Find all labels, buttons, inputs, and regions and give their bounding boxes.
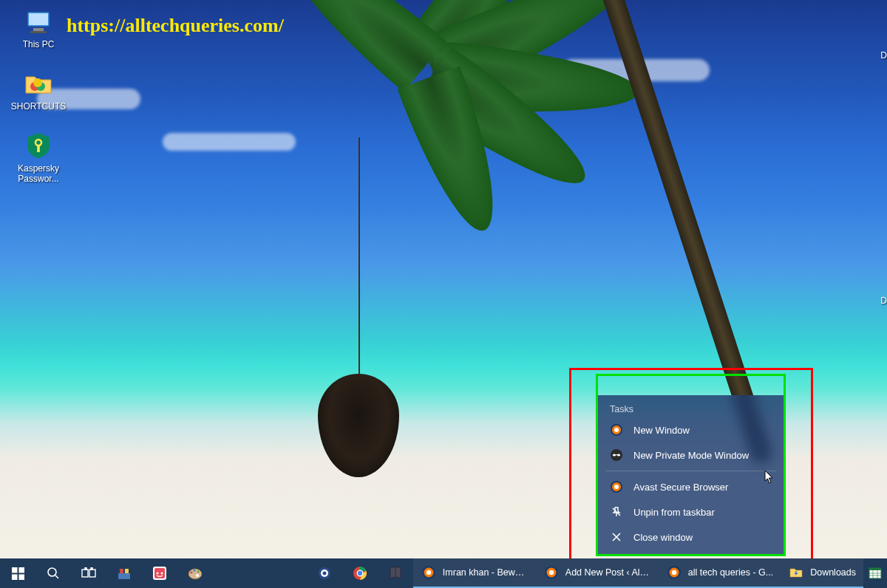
taskbar-app-alltech[interactable]: all tech queries - G...: [659, 558, 781, 588]
svg-rect-25: [18, 574, 24, 580]
svg-point-46: [322, 572, 326, 575]
taskbar-app-label: all tech queries - G...: [688, 567, 773, 578]
avast-browser-icon: [610, 480, 623, 493]
svg-rect-30: [85, 567, 86, 570]
desktop-icon-label: This PC: [23, 40, 55, 50]
svg-point-37: [157, 572, 159, 575]
jumplist-item-label: Avast Secure Browser: [633, 482, 728, 493]
avast-browser-icon: [421, 564, 437, 581]
taskbar-app-label: Imran khan - Bewaf...: [443, 567, 529, 578]
cloud-decoration: [163, 133, 296, 151]
taskbar-pinned-app[interactable]: [307, 558, 342, 588]
svg-rect-24: [12, 574, 18, 580]
taskbar-pinned-paint-app[interactable]: [177, 558, 213, 588]
jumplist-item-label: Close window: [633, 532, 693, 543]
desktop-icon-this-pc[interactable]: This PC: [10, 6, 67, 50]
svg-point-6: [33, 78, 42, 87]
svg-rect-31: [91, 567, 92, 570]
svg-rect-60: [869, 568, 881, 570]
taskbar: Imran khan - Bewaf... Add New Post ‹ All…: [0, 558, 887, 588]
hanging-chair: [318, 374, 399, 477]
unpin-icon: [610, 505, 623, 519]
desktop-icon-kaspersky[interactable]: Kaspersky Passwor...: [10, 130, 67, 185]
desktop-icon-label: SHORTCUTS: [11, 102, 66, 112]
avast-browser-icon: [543, 564, 560, 581]
jumplist-item-unpin[interactable]: Unpin from taskbar: [598, 499, 784, 524]
kaspersky-icon: [23, 130, 54, 161]
task-view-button[interactable]: [71, 558, 106, 588]
svg-rect-22: [12, 567, 18, 573]
taskbar-pinned-app[interactable]: [142, 558, 177, 588]
taskbar-app-addnew[interactable]: Add New Post ‹ All ...: [536, 558, 659, 588]
taskbar-pinned-app[interactable]: [106, 558, 142, 588]
svg-point-52: [426, 570, 431, 575]
svg-point-43: [196, 574, 199, 577]
svg-point-11: [614, 428, 619, 432]
taskbar-tray-excel-icon[interactable]: [863, 558, 887, 588]
taskbar-jumplist: Tasks New Window New Private Mode Window…: [598, 395, 784, 554]
svg-line-27: [55, 575, 58, 578]
menu-separator: [605, 471, 776, 471]
taskbar-pinned-app[interactable]: [378, 558, 413, 588]
svg-point-14: [617, 454, 620, 456]
palm-frond: [268, 0, 446, 92]
jumplist-item-new-window[interactable]: New Window: [598, 417, 784, 442]
taskbar-app-downloads[interactable]: Downloads: [781, 558, 863, 588]
svg-rect-2: [33, 28, 44, 31]
jumplist-item-new-private-window[interactable]: New Private Mode Window: [598, 442, 784, 468]
svg-point-58: [672, 570, 676, 575]
svg-rect-23: [18, 567, 24, 573]
svg-rect-32: [118, 573, 130, 579]
desktop-icon-label: Kaspersky Passwor...: [10, 164, 67, 185]
svg-point-41: [193, 570, 195, 572]
avast-browser-icon: [610, 423, 623, 437]
svg-rect-33: [120, 569, 123, 573]
svg-point-49: [358, 571, 362, 575]
svg-point-18: [614, 485, 619, 489]
this-pc-icon: [23, 6, 54, 37]
jumplist-item-label: Unpin from taskbar: [633, 507, 715, 518]
start-button[interactable]: [0, 558, 35, 588]
svg-point-42: [197, 570, 199, 572]
right-edge-label: D: [880, 50, 887, 61]
desktop-icon-shortcuts[interactable]: SHORTCUTS: [10, 68, 67, 112]
watermark-url: https://alltechqueries.com/: [67, 15, 284, 37]
taskbar-app-label: Downloads: [810, 567, 856, 578]
jumplist-item-app[interactable]: Avast Secure Browser: [598, 474, 784, 499]
taskbar-app-label: Add New Post ‹ All ...: [565, 567, 651, 578]
jumplist-item-label: New Window: [633, 425, 690, 436]
right-edge-label: D: [880, 295, 887, 306]
desktop[interactable]: This PC SHORTCUTS Kaspersky Passwor... h…: [0, 0, 887, 588]
svg-point-40: [190, 571, 192, 573]
svg-rect-29: [89, 570, 95, 577]
svg-rect-1: [29, 13, 48, 25]
search-button[interactable]: [35, 558, 71, 588]
svg-rect-3: [30, 31, 47, 33]
jumplist-item-label: New Private Mode Window: [633, 450, 749, 461]
svg-rect-15: [616, 454, 617, 455]
folder-icon: [788, 564, 804, 581]
svg-rect-8: [37, 145, 40, 152]
private-mode-icon: [610, 448, 623, 462]
svg-rect-34: [125, 569, 129, 573]
taskbar-app-imran[interactable]: Imran khan - Bewaf...: [413, 558, 536, 588]
svg-point-26: [48, 568, 56, 576]
jumplist-section-header: Tasks: [598, 400, 784, 417]
svg-point-13: [613, 454, 616, 456]
svg-point-55: [549, 570, 554, 575]
jumplist-item-close-window[interactable]: Close window: [598, 524, 784, 550]
svg-point-38: [161, 572, 163, 575]
avast-browser-icon: [666, 564, 682, 581]
taskbar-chrome-app[interactable]: [342, 558, 378, 588]
shortcuts-folder-icon: [23, 68, 54, 99]
close-icon: [610, 530, 623, 544]
svg-rect-28: [82, 570, 88, 577]
